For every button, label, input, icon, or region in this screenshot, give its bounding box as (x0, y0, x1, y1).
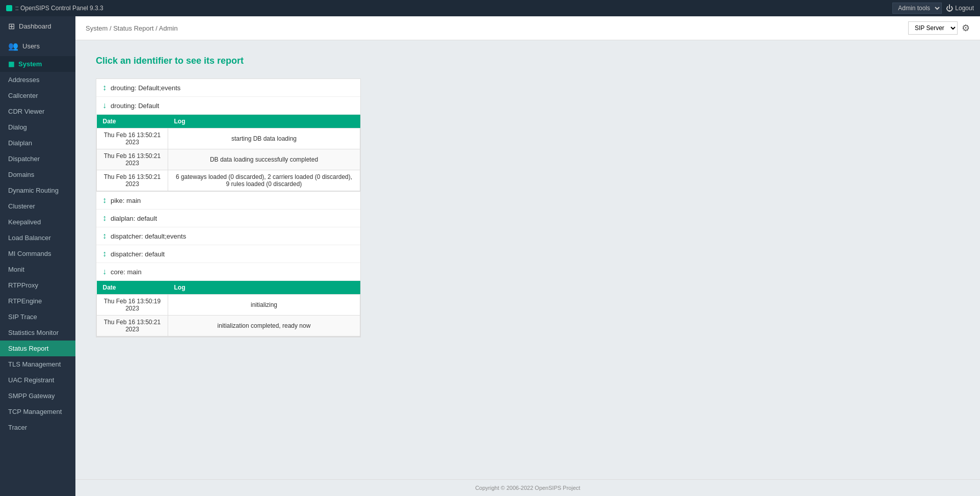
row-icon-dispatcher-default: ↕ (102, 249, 107, 258)
sidebar: ⊞ Dashboard 👥 Users ▦ System AddressesCa… (0, 16, 75, 496)
log-table-core-main: DateLogThu Feb 16 13:50:19 2023initializ… (96, 281, 360, 336)
dashboard-icon: ⊞ (8, 21, 15, 31)
logout-label: Logout (955, 5, 974, 12)
sidebar-item-dialog[interactable]: Dialog (0, 119, 75, 135)
opensips-logo (6, 5, 12, 11)
sidebar-item-mi-commands[interactable]: MI Commands (0, 246, 75, 262)
row-icon-pike-main: ↕ (102, 196, 107, 205)
row-label-pike-main: pike: main (111, 197, 141, 204)
log-table-wrap-core-main: DateLogThu Feb 16 13:50:19 2023initializ… (96, 281, 360, 336)
log-section-core-main: ↓core: mainDateLogThu Feb 16 13:50:19 20… (96, 263, 360, 337)
breadcrumb: System / Status Report / Admin (86, 24, 178, 32)
report-row-drouting-default[interactable]: ↓drouting: Default (96, 97, 360, 115)
row-icon-drouting-default-events: ↕ (102, 83, 107, 92)
log-table-drouting-default: DateLogThu Feb 16 13:50:21 2023starting … (96, 115, 360, 191)
system-category-icon: ▦ (8, 60, 14, 68)
sidebar-item-keepalived[interactable]: Keepalived (0, 214, 75, 230)
report-row-dispatcher-default-events[interactable]: ↕dispatcher: default;events (96, 227, 360, 245)
sidebar-item-domains[interactable]: Domains (0, 167, 75, 182)
content-area: Click an identifier to see its report ↕d… (75, 40, 980, 479)
sidebar-item-cdr-viewer[interactable]: CDR Viewer (0, 103, 75, 119)
admin-tools-select[interactable]: Admin tools (892, 3, 942, 14)
topbar-right: Admin tools ⏻ Logout (892, 3, 974, 14)
sidebar-item-dialplan[interactable]: Dialplan (0, 135, 75, 151)
row-label-dispatcher-default: dispatcher: default (111, 250, 165, 258)
topbar: :: OpenSIPS Control Panel 9.3.3 Admin to… (0, 0, 980, 16)
table-row: Thu Feb 16 13:50:21 2023DB data loading … (97, 149, 360, 170)
sidebar-item-dashboard[interactable]: ⊞ Dashboard (0, 16, 75, 36)
table-row: Thu Feb 16 13:50:21 2023initialization c… (97, 316, 360, 336)
col-log-core-main: Log (168, 281, 360, 295)
header-bar: System / Status Report / Admin SIP Serve… (75, 16, 980, 40)
system-label: System (18, 60, 42, 68)
sidebar-item-rtpproxy[interactable]: RTPProxy (0, 277, 75, 293)
log-entry-core-main-0: initializing (168, 295, 360, 316)
gear-icon: ⚙ (962, 23, 970, 33)
table-row: Thu Feb 16 13:50:21 20236 gateways loade… (97, 170, 360, 191)
sidebar-category-system[interactable]: ▦ System (0, 56, 75, 72)
col-date-drouting-default: Date (97, 115, 168, 128)
report-row-pike-main[interactable]: ↕pike: main (96, 192, 360, 210)
report-row-dispatcher-default[interactable]: ↕dispatcher: default (96, 245, 360, 263)
sidebar-item-monit[interactable]: Monit (0, 262, 75, 277)
table-row: Thu Feb 16 13:50:21 2023starting DB data… (97, 128, 360, 149)
sidebar-item-load-balancer[interactable]: Load Balancer (0, 230, 75, 246)
page-heading: Click an identifier to see its report (96, 56, 960, 66)
sidebar-item-uac-registrant[interactable]: UAC Registrant (0, 372, 75, 388)
sidebar-item-smpp-gateway[interactable]: SMPP Gateway (0, 388, 75, 404)
row-label-core-main: core: main (111, 268, 142, 276)
log-date-core-main-1: Thu Feb 16 13:50:21 2023 (97, 316, 168, 336)
log-entry-drouting-default-1: DB data loading successfully completed (168, 149, 360, 170)
sidebar-item-dispatcher[interactable]: Dispatcher (0, 151, 75, 167)
main-content: System / Status Report / Admin SIP Serve… (75, 16, 980, 496)
col-date-core-main: Date (97, 281, 168, 295)
sidebar-item-rtpengine[interactable]: RTPEngine (0, 293, 75, 309)
topbar-left: :: OpenSIPS Control Panel 9.3.3 (6, 5, 103, 12)
row-label-drouting-default-events: drouting: Default;events (111, 84, 180, 92)
report-row-drouting-default-events[interactable]: ↕drouting: Default;events (96, 79, 360, 97)
sidebar-items-list: AddressesCallcenterCDR ViewerDialogDialp… (0, 72, 75, 435)
logout-button[interactable]: ⏻ Logout (946, 4, 974, 12)
log-entry-drouting-default-2: 6 gateways loaded (0 discarded), 2 carri… (168, 170, 360, 191)
row-icon-drouting-default: ↓ (102, 101, 107, 110)
report-row-core-main[interactable]: ↓core: main (96, 263, 360, 281)
sidebar-item-sip-trace[interactable]: SIP Trace (0, 309, 75, 325)
sidebar-item-users[interactable]: 👥 Users (0, 36, 75, 56)
log-date-drouting-default-2: Thu Feb 16 13:50:21 2023 (97, 170, 168, 191)
log-date-drouting-default-1: Thu Feb 16 13:50:21 2023 (97, 149, 168, 170)
log-section-drouting-default: ↓drouting: DefaultDateLogThu Feb 16 13:5… (96, 97, 360, 192)
table-row: Thu Feb 16 13:50:19 2023initializing (97, 295, 360, 316)
log-table-wrap-drouting-default: DateLogThu Feb 16 13:50:21 2023starting … (96, 115, 360, 191)
power-icon: ⏻ (946, 4, 953, 12)
report-row-dialplan-default[interactable]: ↕dialplan: default (96, 210, 360, 227)
settings-button[interactable]: ⚙ (962, 22, 970, 34)
log-entry-core-main-1: initialization completed, ready now (168, 316, 360, 336)
sidebar-item-addresses[interactable]: Addresses (0, 72, 75, 88)
report-container: ↕drouting: Default;events↓drouting: Defa… (96, 79, 361, 337)
row-label-dialplan-default: dialplan: default (111, 215, 157, 222)
copyright-text: Copyright © 2006-2022 OpenSIPS Project (475, 485, 580, 491)
header-controls: SIP Server ⚙ (908, 21, 970, 35)
sidebar-item-clusterer[interactable]: Clusterer (0, 198, 75, 214)
row-icon-core-main: ↓ (102, 267, 107, 276)
app-title: :: OpenSIPS Control Panel 9.3.3 (15, 5, 103, 12)
sip-server-select[interactable]: SIP Server (908, 21, 958, 35)
sidebar-item-statistics-monitor[interactable]: Statistics Monitor (0, 325, 75, 341)
sidebar-item-dynamic-routing[interactable]: Dynamic Routing (0, 182, 75, 198)
sidebar-item-status-report[interactable]: Status Report (0, 341, 75, 356)
sidebar-item-tls-management[interactable]: TLS Management (0, 356, 75, 372)
col-log-drouting-default: Log (168, 115, 360, 128)
sidebar-item-tcp-management[interactable]: TCP Management (0, 404, 75, 420)
sidebar-item-tracer[interactable]: Tracer (0, 420, 75, 435)
users-icon: 👥 (8, 41, 18, 51)
row-label-drouting-default: drouting: Default (111, 102, 159, 110)
dashboard-label: Dashboard (19, 22, 51, 30)
sidebar-item-callcenter[interactable]: Callcenter (0, 88, 75, 103)
log-entry-drouting-default-0: starting DB data loading (168, 128, 360, 149)
log-date-core-main-0: Thu Feb 16 13:50:19 2023 (97, 295, 168, 316)
footer: Copyright © 2006-2022 OpenSIPS Project (75, 479, 980, 496)
row-label-dispatcher-default-events: dispatcher: default;events (111, 232, 186, 240)
users-label: Users (22, 42, 40, 50)
row-icon-dispatcher-default-events: ↕ (102, 231, 107, 241)
row-icon-dialplan-default: ↕ (102, 214, 107, 223)
